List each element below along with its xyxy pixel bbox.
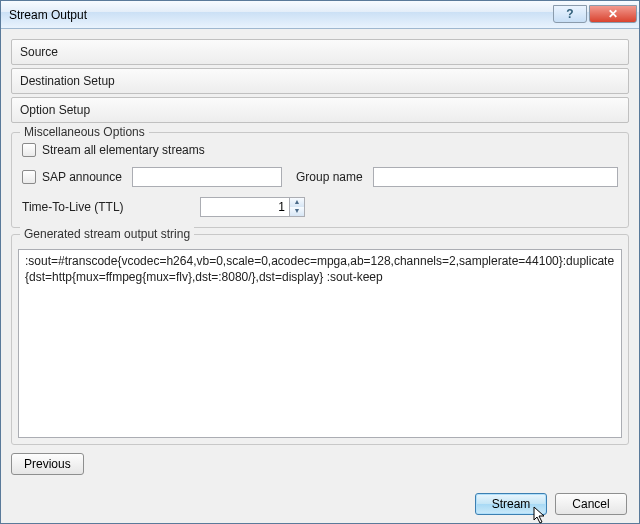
window-title: Stream Output xyxy=(9,8,551,22)
sap-input[interactable] xyxy=(132,167,282,187)
previous-button[interactable]: Previous xyxy=(11,453,84,475)
cancel-button[interactable]: Cancel xyxy=(555,493,627,515)
stream-button[interactable]: Stream xyxy=(475,493,547,515)
misc-group-title: Miscellaneous Options xyxy=(20,125,149,139)
generated-output[interactable]: :sout=#transcode{vcodec=h264,vb=0,scale=… xyxy=(18,249,622,438)
generated-group: Generated stream output string :sout=#tr… xyxy=(11,234,629,445)
ttl-down-icon[interactable]: ▼ xyxy=(290,207,304,216)
dialog-actions: Stream Cancel xyxy=(11,493,629,515)
sap-label: SAP announce xyxy=(42,170,122,184)
sap-row: SAP announce Group name xyxy=(22,167,618,187)
misc-group: Miscellaneous Options Stream all element… xyxy=(11,132,629,228)
titlebar: Stream Output ? ✕ xyxy=(1,1,639,29)
ttl-spinner: ▲ ▼ xyxy=(200,197,305,217)
ttl-spin-buttons: ▲ ▼ xyxy=(290,197,305,217)
ttl-row: Time-To-Live (TTL) ▲ ▼ xyxy=(22,197,618,217)
accordion-source[interactable]: Source xyxy=(11,39,629,65)
previous-row: Previous xyxy=(11,453,629,475)
close-button[interactable]: ✕ xyxy=(589,5,637,23)
generated-title: Generated stream output string xyxy=(20,227,194,241)
client-area: Source Destination Setup Option Setup Mi… xyxy=(1,29,639,523)
ttl-up-icon[interactable]: ▲ xyxy=(290,198,304,207)
group-name-label: Group name xyxy=(296,170,363,184)
titlebar-buttons: ? ✕ xyxy=(551,6,637,23)
stream-all-checkbox[interactable] xyxy=(22,143,36,157)
accordion-option[interactable]: Option Setup xyxy=(11,97,629,123)
accordion-destination[interactable]: Destination Setup xyxy=(11,68,629,94)
ttl-input[interactable] xyxy=(200,197,290,217)
stream-all-label: Stream all elementary streams xyxy=(42,143,205,157)
ttl-label: Time-To-Live (TTL) xyxy=(22,200,190,214)
stream-all-row: Stream all elementary streams xyxy=(22,143,618,157)
sap-checkbox[interactable] xyxy=(22,170,36,184)
dialog-window: Stream Output ? ✕ Source Destination Set… xyxy=(0,0,640,524)
help-button[interactable]: ? xyxy=(553,5,587,23)
group-name-input[interactable] xyxy=(373,167,618,187)
